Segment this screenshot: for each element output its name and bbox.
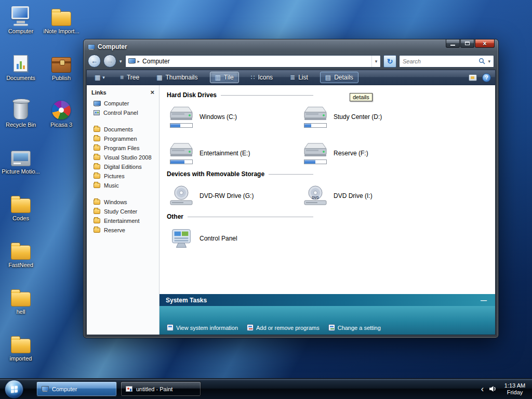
desktop-icon-picasa[interactable]: Picasa 3 (42, 98, 81, 128)
window-computer-icon (88, 44, 95, 50)
sidebar-item-reserve[interactable]: Reserve (87, 225, 159, 235)
section-header-other: Other (167, 213, 313, 220)
breadcrumb-location[interactable]: Computer (142, 58, 170, 65)
tray-expand-icon[interactable]: ‹ (481, 385, 484, 393)
capacity-bar (170, 123, 193, 128)
folder-icon (94, 145, 100, 151)
desktop-icon-documents[interactable]: Documents (1, 51, 41, 82)
history-dropdown-icon[interactable]: ▾ (119, 59, 122, 64)
window-body: Links × Computer Control Panel Documents… (86, 85, 496, 335)
capacity-bar (304, 159, 327, 164)
computer-icon (42, 386, 48, 392)
toolbar-button-thumbnails[interactable]: ▦ Thumbnails (151, 72, 203, 83)
sidebar-item-programmen[interactable]: Programmen (87, 134, 159, 143)
views-menu-button[interactable]: ▦ ▾ (91, 73, 109, 82)
sidebar-item-pictures[interactable]: Pictures (87, 171, 159, 181)
search-input[interactable] (403, 58, 476, 64)
forward-button[interactable]: → (103, 55, 116, 68)
drive-label: Reserve (F:) (334, 150, 368, 157)
hard-drive-icon (303, 106, 328, 122)
control-panel-tile[interactable]: Control Panel (168, 227, 302, 250)
desktop-icon-computer[interactable]: Computer (1, 4, 41, 35)
desktop-icon-label: Publish (52, 75, 71, 82)
section-header-hdd: Hard Disk Drives (167, 91, 313, 99)
link-change-a-setting[interactable]: Change a setting (328, 324, 381, 331)
capacity-bar (304, 123, 327, 128)
desktop-icon-recycle-bin[interactable]: Recycle Bin (1, 98, 41, 128)
clock-day: Friday (502, 389, 528, 396)
taskbar-clock[interactable]: 1:13 AM Friday (502, 382, 528, 396)
sidebar-item-visual-studio-2008[interactable]: Visual Studio 2008 (87, 153, 159, 162)
windows-logo-icon (11, 385, 18, 393)
desktop: Computer iNote Import... Documents Publi… (0, 0, 532, 399)
dvd-drive-icon (169, 185, 194, 207)
sidebar-item-study-center[interactable]: Study Center (87, 207, 159, 216)
system-tray: ‹ 1:13 AM Friday (481, 379, 528, 399)
drive-tile-c[interactable]: Windows (C:) (168, 105, 302, 129)
title-bar[interactable]: Computer × (84, 39, 498, 52)
back-arrow-icon: ← (91, 57, 98, 65)
drive-tile-i[interactable]: DVD DVD Drive (I:) (302, 184, 436, 208)
breadcrumb[interactable]: ▸ Computer ▾ (125, 55, 381, 68)
list-icon: ≣ (290, 74, 295, 81)
drive-label: Windows (C:) (200, 113, 237, 121)
sidebar-item-computer[interactable]: Computer (87, 99, 159, 108)
folder-options-icon[interactable] (469, 74, 477, 81)
change-setting-icon (328, 324, 335, 331)
collapse-panel-icon[interactable]: — (478, 297, 489, 304)
help-button[interactable]: ? (482, 73, 491, 82)
link-add-or-remove-programs[interactable]: Add or remove programs (247, 324, 320, 331)
sidebar-item-entertainment[interactable]: Entertainment (87, 216, 159, 225)
taskbar-button-paint[interactable]: untitled - Paint (121, 381, 201, 396)
folder-icon (94, 228, 100, 233)
search-box[interactable]: ▾ (399, 55, 494, 68)
desktop-icon-publish[interactable]: Publish (42, 51, 81, 82)
refresh-button[interactable]: ↻ (383, 55, 396, 68)
desktop-icon-codes[interactable]: Codes (1, 191, 41, 222)
computer-icon (10, 4, 31, 26)
sidebar-item-documents[interactable]: Documents (87, 125, 159, 134)
view-toolbar: ▦ ▾ ≡ Tree ▦ Thumbnails ▥ Tile ∷ Icons ≣… (86, 70, 496, 85)
desktop-icon-picture-motion[interactable]: Picture Motio... (1, 144, 41, 175)
sidebar-item-program-files[interactable]: Program Files (87, 143, 159, 153)
minimize-button[interactable] (446, 39, 460, 48)
desktop-icon-imported[interactable]: imported (1, 331, 41, 362)
breadcrumb-dropdown-icon[interactable]: ▾ (371, 56, 380, 67)
toolbar-button-details[interactable]: ▤ Details (320, 72, 358, 83)
volume-icon[interactable] (489, 385, 497, 393)
sidebar-item-windows[interactable]: Windows (87, 197, 159, 207)
folder-icon (11, 238, 31, 260)
folder-icon (11, 331, 31, 353)
back-button[interactable]: ← (88, 55, 101, 68)
sidebar-item-control-panel[interactable]: Control Panel (87, 108, 159, 117)
search-options-icon[interactable]: ▾ (488, 59, 490, 64)
sidebar-item-music[interactable]: Music (87, 181, 159, 190)
toolbar-button-tile[interactable]: ▥ Tile (210, 72, 239, 83)
drive-tile-g[interactable]: DVD-RW Drive (G:) (168, 184, 302, 208)
add-remove-programs-icon (247, 324, 254, 331)
taskbar-button-computer[interactable]: Computer (36, 381, 117, 396)
toolbar-button-icons[interactable]: ∷ Icons (246, 72, 278, 83)
dvd-disc-label: DVD (312, 196, 319, 200)
maximize-button[interactable] (460, 39, 474, 48)
drive-tile-f[interactable]: Reserve (F:) (302, 141, 436, 165)
system-tasks-header[interactable]: System Tasks — (159, 294, 495, 306)
details-tooltip: details (350, 93, 373, 101)
close-button[interactable]: × (475, 39, 495, 48)
drive-tile-d[interactable]: Study Center (D:) (302, 105, 436, 129)
toolbar-button-tree[interactable]: ≡ Tree (115, 72, 144, 83)
search-icon[interactable] (478, 58, 485, 64)
desktop-icon-label: FastNeed (8, 262, 33, 269)
desktop-icon-fastneed[interactable]: FastNeed (1, 238, 41, 269)
close-sidebar-icon[interactable]: × (150, 89, 154, 96)
folder-icon (94, 127, 100, 132)
link-view-system-information[interactable]: View system information (167, 324, 238, 331)
drive-tile-e[interactable]: Entertainment (E:) (168, 141, 302, 165)
sidebar-item-digital-editions[interactable]: Digital Editions (87, 162, 159, 171)
start-button[interactable] (5, 380, 23, 398)
desktop-icon-inote-import[interactable]: iNote Import... (42, 4, 81, 35)
breadcrumb-separator-icon: ▸ (138, 59, 140, 64)
toolbar-button-list[interactable]: ≣ List (285, 72, 313, 83)
desktop-icon-hell[interactable]: hell (1, 285, 41, 315)
paint-icon (126, 386, 132, 392)
